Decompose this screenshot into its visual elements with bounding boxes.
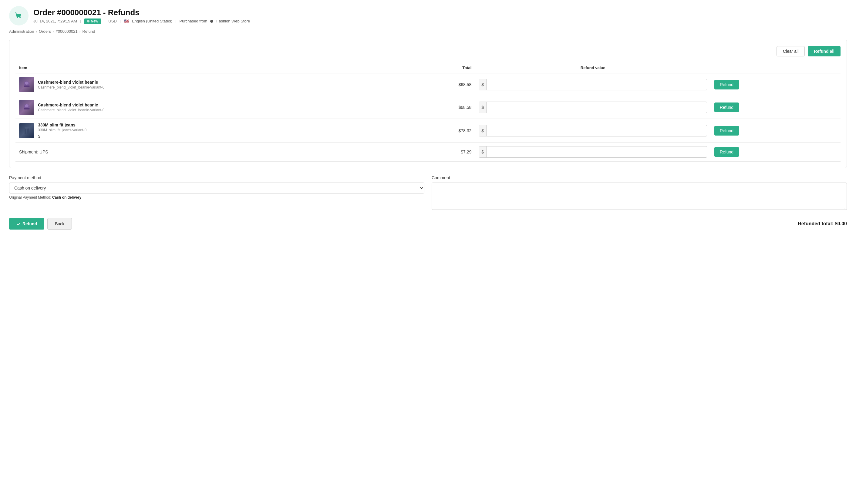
refund-all-button[interactable]: Refund all (808, 46, 840, 56)
bottom-actions: Refund Back Refunded total: $0.00 (9, 218, 847, 230)
logo-icon (9, 6, 29, 25)
dollar-prefix-0: $ (479, 79, 486, 90)
refund-table: Item Total Refund value Cashmere-blend v… (16, 62, 840, 162)
language: English (United States) (132, 19, 172, 23)
item-cell-1: Cashmere-blend violet beanieCashmere_ble… (16, 96, 393, 119)
dollar-prefix-3: $ (479, 146, 486, 157)
header-meta: Jul 14, 2021, 7:29:15 AM | New | USD | 🇺… (33, 18, 250, 24)
breadcrumb-order-number[interactable]: #000000021 (55, 29, 77, 34)
page-title: Order #000000021 - Refunds (33, 8, 250, 17)
svg-point-1 (19, 17, 21, 18)
item-cell-0: Cashmere-blend violet beanieCashmere_ble… (16, 73, 393, 96)
table-row: 330M slim fit jeans330M_slim_fit_jeans-v… (16, 119, 840, 143)
bottom-left-buttons: Refund Back (9, 218, 72, 230)
refunded-total: Refunded total: $0.00 (798, 221, 847, 227)
svg-point-0 (17, 17, 18, 18)
item-variant-0: Cashmere_blend_violet_beanie-variant-0 (38, 85, 104, 89)
col-refund-value-header: Refund value (475, 62, 711, 73)
form-section: Payment method Cash on delivery Credit C… (9, 175, 847, 211)
beanie-image-0 (19, 77, 34, 92)
col-item-header: Item (16, 62, 393, 73)
refund-value-cell-2: $ (475, 119, 711, 143)
table-row: Cashmere-blend violet beanieCashmere_ble… (16, 73, 840, 96)
svg-rect-3 (24, 86, 30, 87)
svg-point-7 (25, 104, 29, 107)
item-variant-2: 330M_slim_fit_jeans-variant-0 (38, 128, 87, 132)
flag-icon: 🇺🇸 (124, 19, 129, 24)
item-total-3: $7.29 (393, 143, 475, 162)
dollar-prefix-2: $ (479, 125, 486, 136)
refund-button-cell-3: Refund (711, 143, 840, 162)
refund-input-3[interactable] (486, 146, 529, 157)
back-button[interactable]: Back (47, 218, 72, 230)
svg-point-4 (25, 82, 29, 85)
payment-method-label: Payment method (9, 175, 424, 180)
comment-group: Comment (432, 175, 847, 211)
item-variant-1: Cashmere_blend_violet_beanie-variant-0 (38, 108, 104, 112)
item-name-2: 330M slim fit jeans (38, 123, 87, 127)
dollar-prefix-1: $ (479, 102, 486, 113)
table-body: Cashmere-blend violet beanieCashmere_ble… (16, 73, 840, 162)
refund-row-button-3[interactable]: Refund (714, 147, 739, 157)
svg-rect-6 (24, 108, 30, 109)
refund-button-cell-1: Refund (711, 96, 840, 119)
breadcrumb-orders[interactable]: Orders (39, 29, 51, 34)
store-name: Fashion Web Store (216, 19, 250, 23)
main-card: Clear all Refund all Item Total Refund v… (9, 40, 847, 168)
beanie-image-1 (19, 100, 34, 115)
refund-button-cell-0: Refund (711, 73, 840, 96)
item-cell-3: Shipment: UPS (16, 143, 393, 162)
store-dot-icon (210, 20, 213, 23)
page-header: Order #000000021 - Refunds Jul 14, 2021,… (9, 6, 847, 25)
breadcrumb: Administration › Orders › #000000021 › R… (9, 29, 847, 34)
refund-button-cell-2: Refund (711, 119, 840, 143)
currency: USD (108, 19, 117, 23)
refund-row-button-1[interactable]: Refund (714, 103, 739, 112)
original-payment-info: Original Payment Method: Cash on deliver… (9, 195, 424, 200)
col-total-header: Total (393, 62, 475, 73)
refund-input-1[interactable] (486, 102, 529, 113)
item-name-1: Cashmere-blend violet beanie (38, 103, 104, 107)
shipment-name: Shipment: UPS (19, 149, 48, 154)
jeans-image-2 (19, 123, 34, 138)
purchased-from-label: Purchased from (179, 19, 207, 23)
comment-textarea[interactable] (432, 183, 847, 210)
refund-value-cell-1: $ (475, 96, 711, 119)
table-row: Shipment: UPS$7.29$Refund (16, 143, 840, 162)
refund-value-cell-0: $ (475, 73, 711, 96)
item-total-2: $78.32 (393, 119, 475, 143)
breadcrumb-current: Refund (82, 29, 95, 34)
header-info: Order #000000021 - Refunds Jul 14, 2021,… (33, 8, 250, 24)
order-date: Jul 14, 2021, 7:29:15 AM (33, 19, 77, 23)
refund-input-2[interactable] (486, 125, 529, 136)
payment-method-group: Payment method Cash on delivery Credit C… (9, 175, 424, 211)
item-total-1: $68.58 (393, 96, 475, 119)
top-actions: Clear all Refund all (16, 46, 840, 56)
breadcrumb-admin[interactable]: Administration (9, 29, 34, 34)
table-row: Cashmere-blend violet beanieCashmere_ble… (16, 96, 840, 119)
item-total-0: $68.58 (393, 73, 475, 96)
col-action-header (711, 62, 840, 73)
status-badge: New (84, 18, 101, 24)
refund-submit-button[interactable]: Refund (9, 218, 44, 230)
item-cell-2: 330M slim fit jeans330M_slim_fit_jeans-v… (16, 119, 393, 143)
refund-row-button-0[interactable]: Refund (714, 80, 739, 89)
clear-all-button[interactable]: Clear all (777, 46, 805, 56)
payment-method-select[interactable]: Cash on delivery Credit Card PayPal (9, 183, 424, 194)
item-size-2: S (38, 134, 87, 139)
refund-input-0[interactable] (486, 79, 529, 90)
item-name-0: Cashmere-blend violet beanie (38, 80, 104, 85)
refund-row-button-2[interactable]: Refund (714, 126, 739, 136)
comment-label: Comment (432, 175, 847, 180)
table-header: Item Total Refund value (16, 62, 840, 73)
check-icon (16, 222, 21, 226)
refund-value-cell-3: $ (475, 143, 711, 162)
